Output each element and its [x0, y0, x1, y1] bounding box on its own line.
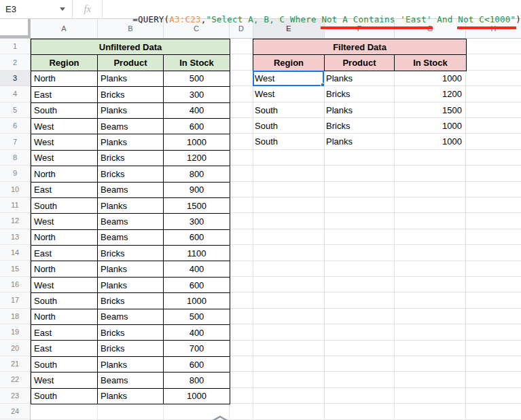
cell-region[interactable]: East — [31, 87, 98, 102]
cell-stock[interactable]: 600 — [164, 356, 230, 372]
name-box[interactable]: E3 — [0, 0, 72, 18]
cell-stock[interactable]: 1000 — [164, 134, 230, 150]
cell-stock[interactable]: 400 — [164, 102, 230, 118]
cell-region[interactable]: North — [31, 166, 98, 182]
cell-stock[interactable]: 1200 — [394, 86, 465, 102]
cell-stock[interactable]: 1100 — [164, 246, 230, 261]
cell-product[interactable]: Bricks — [98, 246, 164, 261]
row-header[interactable]: 10 — [0, 182, 30, 197]
cell-region[interactable]: West — [31, 134, 98, 150]
row-header[interactable]: 14 — [0, 245, 30, 261]
cell-region[interactable]: North — [31, 261, 98, 277]
cell-region[interactable]: West — [31, 277, 98, 292]
cell-product[interactable]: Planks — [98, 277, 164, 292]
row-header[interactable]: 18 — [0, 309, 30, 324]
unfiltered-col-product[interactable]: Product — [98, 55, 164, 71]
row-header[interactable]: 24 — [0, 404, 30, 419]
cell-region[interactable]: East — [31, 325, 98, 341]
cell-stock[interactable]: 800 — [164, 166, 230, 182]
cell-product[interactable]: Beams — [98, 214, 164, 229]
filtered-col-stock[interactable]: In Stock — [395, 55, 467, 71]
cell-region[interactable]: West — [253, 86, 324, 102]
cell-product[interactable]: Beams — [98, 309, 164, 324]
filtered-col-product[interactable]: Product — [325, 55, 395, 71]
unfiltered-col-region[interactable]: Region — [31, 55, 98, 71]
cell-region[interactable]: South — [253, 118, 324, 134]
cell-product[interactable]: Planks — [98, 261, 164, 277]
row-header[interactable]: 3 — [0, 71, 30, 86]
cell-region[interactable]: South — [253, 134, 324, 149]
cell-product[interactable]: Planks — [98, 197, 164, 213]
formula-input[interactable]: =QUERY(A3:C23,"Select A, B, C Where Not … — [111, 0, 521, 24]
cell-product[interactable]: Beams — [98, 229, 164, 245]
cell-stock[interactable]: 1500 — [394, 102, 465, 118]
row-header[interactable]: 2 — [0, 54, 30, 70]
cell-region[interactable]: East — [31, 341, 98, 356]
cell-stock[interactable]: 300 — [164, 87, 230, 102]
unfiltered-col-stock[interactable]: In Stock — [164, 55, 230, 71]
row-header[interactable]: 7 — [0, 134, 30, 149]
cell-region[interactable]: North — [31, 309, 98, 324]
row-header[interactable]: 6 — [0, 118, 30, 134]
row-header[interactable]: 19 — [0, 324, 30, 340]
cell-region[interactable]: South — [31, 388, 98, 404]
cell-stock[interactable]: 500 — [164, 71, 230, 86]
row-header[interactable]: 15 — [0, 261, 30, 276]
row-header[interactable]: 9 — [0, 166, 30, 181]
cell-region[interactable]: West — [31, 150, 98, 166]
row-header[interactable]: 22 — [0, 372, 30, 387]
cell-stock[interactable]: 1200 — [164, 150, 230, 166]
row-header[interactable]: 20 — [0, 340, 30, 356]
cell-region[interactable]: West — [31, 118, 98, 134]
row-header[interactable]: 16 — [0, 277, 30, 292]
cell-stock[interactable]: 400 — [164, 261, 230, 277]
row-header[interactable]: 23 — [0, 388, 30, 404]
row-header[interactable]: 5 — [0, 102, 30, 118]
cell-region[interactable]: East — [31, 182, 98, 197]
cell-region[interactable]: North — [31, 71, 98, 86]
cell-product[interactable]: Planks — [324, 102, 394, 118]
cell-product[interactable]: Bricks — [98, 293, 164, 309]
cell-product[interactable]: Bricks — [324, 118, 394, 134]
cell-product[interactable]: Bricks — [98, 87, 164, 102]
cell-product[interactable]: Planks — [98, 356, 164, 372]
row-header[interactable]: 12 — [0, 213, 30, 229]
cell-product[interactable]: Bricks — [98, 166, 164, 182]
cell-region[interactable]: South — [31, 356, 98, 372]
cell-stock[interactable]: 300 — [164, 214, 230, 229]
cell-product[interactable]: Bricks — [98, 341, 164, 356]
cell-region[interactable]: West — [253, 71, 324, 86]
cell-stock[interactable]: 600 — [164, 229, 230, 245]
cell-stock[interactable]: 1000 — [394, 71, 465, 86]
cell-stock[interactable]: 800 — [164, 373, 230, 388]
cell-stock[interactable]: 600 — [164, 118, 230, 134]
cell-region[interactable]: East — [31, 246, 98, 261]
cell-region[interactable]: West — [31, 373, 98, 388]
cell-product[interactable]: Bricks — [98, 325, 164, 341]
cell-region[interactable]: South — [31, 293, 98, 309]
cell-region[interactable]: South — [31, 197, 98, 213]
cell-product[interactable]: Planks — [98, 71, 164, 86]
row-header[interactable]: 21 — [0, 356, 30, 372]
row-header[interactable]: 1 — [0, 39, 30, 54]
chevron-down-icon[interactable] — [60, 7, 65, 11]
cell-product[interactable]: Bricks — [98, 150, 164, 166]
cell-stock[interactable]: 1000 — [394, 134, 465, 149]
select-all-corner[interactable] — [0, 19, 31, 38]
cell-stock[interactable]: 600 — [164, 277, 230, 292]
cell-stock[interactable]: 1500 — [164, 197, 230, 213]
cell-product[interactable]: Beams — [98, 118, 164, 134]
column-header[interactable]: A — [31, 19, 97, 38]
row-header[interactable]: 11 — [0, 197, 30, 213]
filtered-col-region[interactable]: Region — [253, 55, 325, 71]
cell-stock[interactable]: 700 — [164, 341, 230, 356]
cell-product[interactable]: Planks — [324, 71, 394, 86]
cell-stock[interactable]: 500 — [164, 309, 230, 324]
cell-product[interactable]: Planks — [98, 134, 164, 150]
cell-product[interactable]: Planks — [98, 102, 164, 118]
row-header[interactable]: 4 — [0, 86, 30, 102]
cell-region[interactable]: South — [31, 102, 98, 118]
cell-stock[interactable]: 1000 — [394, 118, 465, 134]
cell-product[interactable]: Beams — [98, 182, 164, 197]
cell-stock[interactable]: 900 — [164, 182, 230, 197]
